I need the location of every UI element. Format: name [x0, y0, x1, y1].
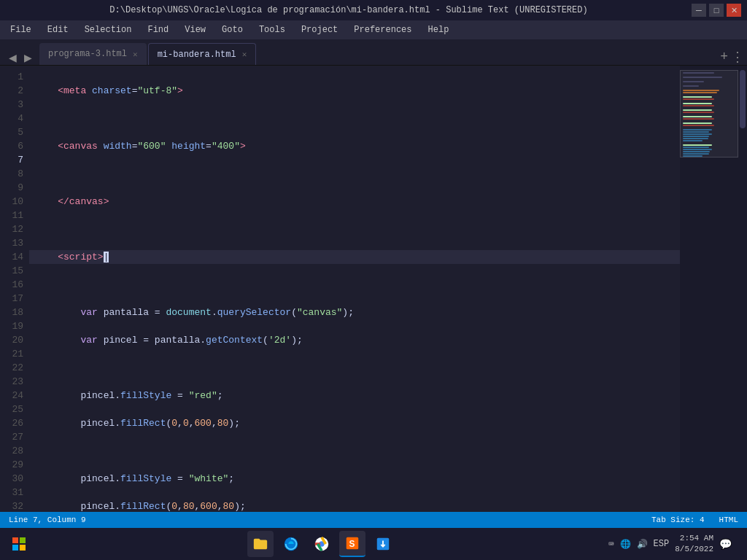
taskbar-edge[interactable] — [278, 531, 304, 557]
line-num: 2 — [9, 84, 23, 98]
add-tab-button[interactable]: + — [720, 50, 728, 64]
status-syntax[interactable]: HTML — [719, 516, 738, 524]
close-button[interactable]: ✕ — [727, 4, 741, 17]
line-num: 4 — [9, 112, 23, 125]
line-num: 31 — [9, 486, 23, 499]
editor-main: 1 2 3 4 5 6 7 8 9 10 11 12 13 14 15 16 1… — [0, 66, 747, 512]
svg-rect-2 — [12, 545, 18, 551]
status-tab-size[interactable]: Tab Size: 4 — [651, 516, 705, 524]
code-line-4 — [29, 167, 680, 181]
line-num: 6 — [9, 139, 23, 153]
taskbar-system-tray: ⌨ 🌐 🔊 ESP 2:54 AM 8/5/2022 💬 — [608, 533, 741, 556]
menu-edit[interactable]: Edit — [40, 23, 76, 36]
line-num: 10 — [9, 195, 23, 209]
code-line-6 — [29, 222, 680, 236]
line-num: 23 — [9, 375, 23, 389]
menu-file[interactable]: File — [3, 23, 39, 36]
menu-view[interactable]: View — [177, 23, 213, 36]
clock-time: 2:54 AM — [675, 533, 713, 544]
menu-tools[interactable]: Tools — [252, 23, 293, 36]
line-num: 12 — [9, 222, 23, 236]
svg-rect-0 — [12, 537, 18, 543]
code-line-5: </canvas> — [29, 195, 680, 209]
minimap-viewport[interactable] — [680, 70, 738, 158]
tab-nav-next[interactable]: ▶ — [21, 50, 35, 65]
tab-overflow-button[interactable]: ⋮ — [731, 49, 744, 65]
code-line-10: var pincel = pantalla.getContext('2d'); — [29, 333, 680, 347]
minimap — [680, 66, 738, 512]
line-num: 17 — [9, 292, 23, 306]
code-line-12: pincel.fillStyle = "red"; — [29, 389, 680, 402]
status-right: Tab Size: 4 HTML — [651, 516, 738, 524]
vertical-scrollbar[interactable] — [738, 66, 747, 512]
taskbar-chrome[interactable] — [309, 531, 335, 557]
scrollbar-thumb[interactable] — [740, 70, 746, 128]
line-num: 14 — [9, 250, 23, 264]
taskbar-left — [6, 531, 32, 557]
tab-label-mi-bandera: mi-bandera.html — [158, 50, 236, 60]
svg-text:S: S — [349, 539, 355, 549]
menu-selection[interactable]: Selection — [77, 23, 139, 36]
line-num: 26 — [9, 416, 23, 430]
code-line-11 — [29, 361, 680, 375]
menu-preferences[interactable]: Preferences — [347, 23, 419, 36]
notification-icon[interactable]: 💬 — [719, 538, 732, 551]
window-title: D:\Desktop\UNGS\Oracle\Logica de program… — [6, 5, 692, 15]
code-line-1: <meta charset="utf-8"> — [29, 84, 680, 98]
line-num: 21 — [9, 347, 23, 361]
code-line-2 — [29, 112, 680, 125]
title-bar: D:\Desktop\UNGS\Oracle\Logica de program… — [0, 0, 747, 20]
taskbar-app-icons: S — [247, 531, 396, 557]
tray-network-icon: 🌐 — [620, 539, 631, 550]
menu-project[interactable]: Project — [294, 23, 345, 36]
tab-mi-bandera[interactable]: mi-bandera.html ✕ — [148, 43, 257, 65]
tab-bar: ◀ ▶ programa-3.html ✕ mi-bandera.html ✕ … — [0, 39, 747, 66]
taskbar-file-explorer[interactable] — [247, 531, 274, 557]
menu-help[interactable]: Help — [421, 23, 457, 36]
window-controls[interactable]: ─ □ ✕ — [692, 4, 741, 17]
line-num: 20 — [9, 333, 23, 347]
code-editor[interactable]: <meta charset="utf-8"> <canvas width="60… — [29, 66, 680, 512]
taskbar: S ⌨ 🌐 🔊 ESP 2:54 AM 8/5/2022 💬 — [0, 528, 747, 560]
line-num: 11 — [9, 209, 23, 222]
menu-goto[interactable]: Goto — [214, 23, 250, 36]
tab-programa3[interactable]: programa-3.html ✕ — [39, 43, 147, 65]
start-button[interactable] — [6, 531, 32, 557]
line-num: 30 — [9, 472, 23, 486]
code-line-15: pincel.fillStyle = "white"; — [29, 472, 680, 486]
taskbar-sublime[interactable]: S — [339, 531, 365, 557]
menu-find[interactable]: Find — [140, 23, 176, 36]
code-line-8 — [29, 278, 680, 292]
minimize-button[interactable]: ─ — [692, 4, 706, 17]
tab-controls: + ⋮ — [720, 49, 744, 65]
line-num: 28 — [9, 444, 23, 458]
tab-close-mi-bandera[interactable]: ✕ — [242, 50, 247, 59]
line-num: 18 — [9, 306, 23, 319]
tray-lang[interactable]: ESP — [654, 539, 670, 549]
maximize-button[interactable]: □ — [709, 4, 724, 17]
taskbar-downloads[interactable] — [370, 531, 396, 557]
tab-label-programa3: programa-3.html — [48, 49, 127, 59]
tab-nav-prev[interactable]: ◀ — [6, 50, 20, 65]
tab-close-programa3[interactable]: ✕ — [133, 50, 138, 59]
tray-volume-icon: 🔊 — [637, 539, 648, 550]
line-num: 22 — [9, 361, 23, 375]
code-line-14 — [29, 444, 680, 458]
line-numbers: 1 2 3 4 5 6 7 8 9 10 11 12 13 14 15 16 1… — [0, 66, 29, 512]
status-bar: Line 7, Column 9 Tab Size: 4 HTML — [0, 512, 747, 528]
line-num: 9 — [9, 181, 23, 195]
svg-rect-3 — [20, 545, 26, 551]
line-num: 7 — [9, 153, 23, 167]
line-num: 3 — [9, 98, 23, 112]
line-num: 13 — [9, 236, 23, 250]
code-line-3: <canvas width="600" height="400"> — [29, 139, 680, 153]
line-num: 1 — [9, 70, 23, 84]
tray-keyboard-icon: ⌨ — [608, 539, 614, 550]
line-num: 19 — [9, 319, 23, 333]
line-num: 29 — [9, 458, 23, 472]
menu-bar: File Edit Selection Find View Goto Tools… — [0, 20, 747, 39]
line-num: 8 — [9, 167, 23, 181]
line-num: 24 — [9, 389, 23, 402]
tab-nav: ◀ ▶ — [3, 50, 38, 65]
clock: 2:54 AM 8/5/2022 — [675, 533, 713, 556]
